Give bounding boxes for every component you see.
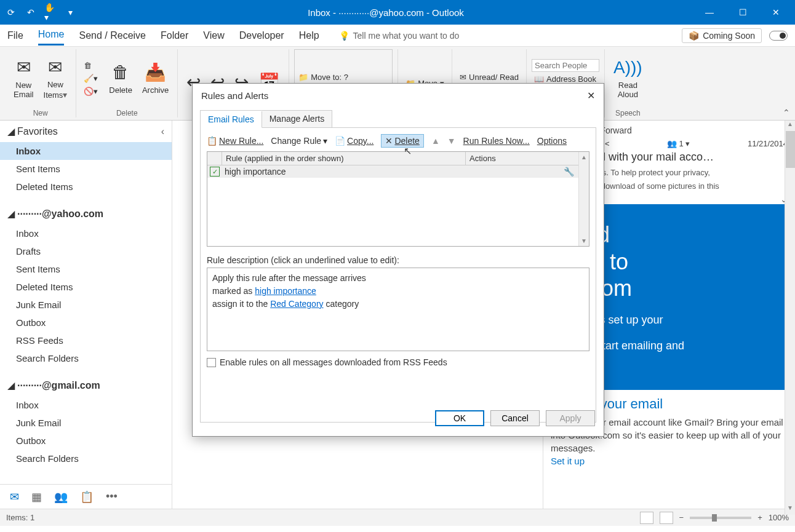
col-rule[interactable]: Rule (applied in the order shown) — [222, 152, 466, 165]
new-rule-button[interactable]: 📋 New Rule... — [207, 136, 263, 146]
zoom-slider[interactable] — [690, 517, 751, 519]
cancel-button[interactable]: Cancel — [490, 410, 540, 426]
move-down-button[interactable]: ▼ — [447, 136, 456, 146]
nav-junk-email[interactable]: Junk Email — [0, 296, 172, 314]
enable-rss-checkbox[interactable]: Enable rules on all messages downloaded … — [207, 357, 589, 367]
tab-file[interactable]: File — [7, 26, 23, 45]
rule-checkbox[interactable]: ✓ — [210, 167, 220, 177]
scroll-up-icon[interactable]: ▲ — [785, 121, 795, 131]
coming-soon-button[interactable]: 📦 Coming Soon — [682, 28, 762, 43]
refresh-icon[interactable]: ⟳ — [5, 6, 17, 18]
nav-sent-items[interactable]: Sent Items — [0, 260, 172, 278]
favorites-header[interactable]: ◢ Favorites ‹ — [0, 121, 172, 142]
favorites-label: Favorites — [17, 126, 58, 137]
rule-actions-icon: 🔧 — [564, 167, 574, 177]
tab-email-rules[interactable]: Email Rules — [201, 111, 262, 128]
tab-view[interactable]: View — [203, 26, 224, 45]
importance-link[interactable]: high importance — [255, 286, 316, 296]
box-icon: 📦 — [689, 31, 699, 41]
nav-inbox[interactable]: Inbox — [0, 224, 172, 242]
nav-junk-email2[interactable]: Junk Email — [0, 414, 172, 432]
delete-rule-button[interactable]: ✕ Delete — [381, 134, 423, 148]
people-icon[interactable]: 👥 — [54, 490, 68, 504]
list-scrollbar[interactable]: ▲ ▼ — [578, 152, 589, 246]
delete-button[interactable]: 🗑 Delete — [105, 49, 136, 108]
new-items-icon: ✉ — [48, 57, 62, 78]
apply-button[interactable]: Apply — [546, 410, 595, 426]
qat-customize-icon[interactable]: ▾ — [64, 6, 76, 18]
nav-search-folders[interactable]: Search Folders — [0, 349, 172, 367]
scroll-up-icon[interactable]: ▲ — [579, 152, 589, 162]
account2-header[interactable]: ◢ ·········@gmail.com — [0, 375, 172, 396]
reading-view-button[interactable] — [660, 512, 673, 524]
category-link[interactable]: Red Category — [270, 299, 323, 309]
calendar-icon[interactable]: ▦ — [31, 490, 42, 504]
nav-deleted-items-fav[interactable]: Deleted Items — [0, 178, 172, 196]
chevron-left-icon[interactable]: ‹ — [161, 126, 164, 137]
new-items-button[interactable]: ✉ New Items▾ — [40, 49, 71, 108]
tab-send-receive[interactable]: Send / Receive — [79, 26, 146, 45]
scrollbar-thumb[interactable] — [786, 131, 795, 168]
move-up-button[interactable]: ▲ — [431, 136, 440, 146]
ribbon-tabs: File Home Send / Receive Folder View Dev… — [0, 25, 795, 47]
tab-manage-alerts[interactable]: Manage Alerts — [262, 111, 332, 127]
run-rules-now-button[interactable]: Run Rules Now... — [463, 136, 530, 146]
checkbox-icon — [207, 358, 216, 367]
nav-drafts[interactable]: Drafts — [0, 242, 172, 260]
tab-developer[interactable]: Developer — [239, 26, 284, 45]
dialog-close-button[interactable]: ✕ — [587, 90, 595, 101]
envelope-icon: ✉ — [17, 57, 31, 78]
scroll-down-icon[interactable]: ▼ — [579, 236, 589, 246]
archive-button[interactable]: 📥 Archive — [138, 49, 172, 108]
unread-read-button[interactable]: ✉ Unread/ Read — [457, 71, 521, 83]
status-bar: Items: 1 − + 100% — [0, 509, 795, 526]
coming-soon-label: Coming Soon — [703, 31, 755, 41]
minimize-button[interactable]: — — [695, 4, 724, 21]
nav-rss-feeds[interactable]: RSS Feeds — [0, 332, 172, 349]
touch-mode-icon[interactable]: ✋▾ — [44, 6, 57, 18]
rule-name: high importance — [225, 167, 564, 177]
junk-button[interactable]: 🚫▾ — [81, 85, 100, 97]
vertical-scrollbar[interactable]: ▲ ▼ — [785, 121, 795, 515]
nav-sent-items-fav[interactable]: Sent Items — [0, 160, 172, 178]
nav-outbox[interactable]: Outbox — [0, 314, 172, 332]
zoom-in-button[interactable]: + — [757, 513, 762, 522]
scroll-down-icon[interactable]: ▼ — [785, 504, 795, 515]
recipients-badge[interactable]: 👥 1 ▾ — [667, 139, 690, 148]
setup-link[interactable]: Set it up — [551, 456, 585, 466]
collapse-ribbon-button[interactable]: ⌃ — [783, 108, 790, 117]
options-button[interactable]: Options — [537, 136, 567, 146]
rule-row[interactable]: ✓ high importance 🔧 — [207, 165, 589, 178]
mail-icon[interactable]: ✉ — [10, 490, 19, 504]
close-button[interactable]: ✕ — [762, 4, 790, 21]
maximize-button[interactable]: ☐ — [729, 4, 757, 21]
copy-rule-button[interactable]: 📄 Copy... — [335, 136, 374, 146]
ok-button[interactable]: OK — [435, 410, 484, 426]
tab-home[interactable]: Home — [38, 25, 65, 46]
undo-icon[interactable]: ↶ — [25, 6, 37, 18]
ignore-button[interactable]: 🗑 — [81, 60, 100, 71]
more-icon[interactable]: ••• — [106, 490, 118, 503]
tell-me-search[interactable]: 💡 Tell me what you want to do — [339, 31, 668, 41]
nav-deleted-items[interactable]: Deleted Items — [0, 278, 172, 296]
normal-view-button[interactable] — [640, 512, 653, 524]
nav-inbox-fav[interactable]: Inbox — [0, 142, 172, 160]
tab-folder[interactable]: Folder — [161, 26, 188, 45]
zoom-out-button[interactable]: − — [679, 513, 684, 522]
item-count: Items: 1 — [6, 513, 34, 522]
col-actions[interactable]: Actions — [466, 152, 589, 165]
nav-search-folders2[interactable]: Search Folders — [0, 450, 172, 467]
search-people-input[interactable] — [532, 59, 599, 72]
move-to-button[interactable]: 📁 Move to: ? — [296, 71, 391, 83]
account1-header[interactable]: ◢ ·········@yahoo.com — [0, 203, 172, 224]
new-email-button[interactable]: ✉ New Email — [10, 49, 38, 108]
coming-soon-toggle[interactable] — [769, 31, 788, 41]
caret-down-icon: ◢ — [7, 125, 15, 137]
tasks-icon[interactable]: 📋 — [80, 490, 94, 504]
cleanup-button[interactable]: 🧹▾ — [81, 73, 100, 84]
read-aloud-button[interactable]: A))) Read Aloud — [610, 49, 646, 108]
nav-outbox2[interactable]: Outbox — [0, 432, 172, 450]
tab-help[interactable]: Help — [299, 26, 319, 45]
change-rule-button[interactable]: Change Rule ▾ — [271, 136, 327, 146]
nav-inbox2[interactable]: Inbox — [0, 396, 172, 414]
